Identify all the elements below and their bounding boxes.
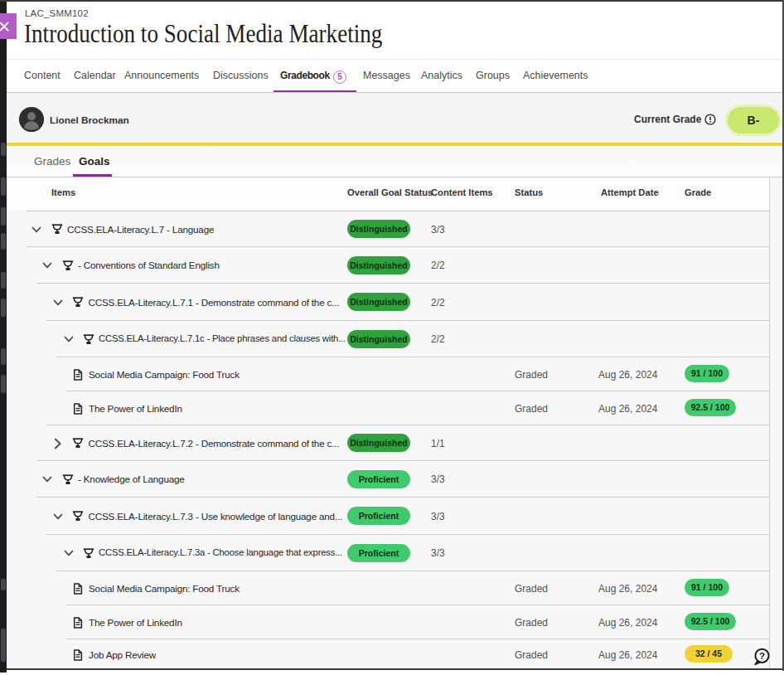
svg-text:?: ?: [759, 651, 765, 661]
